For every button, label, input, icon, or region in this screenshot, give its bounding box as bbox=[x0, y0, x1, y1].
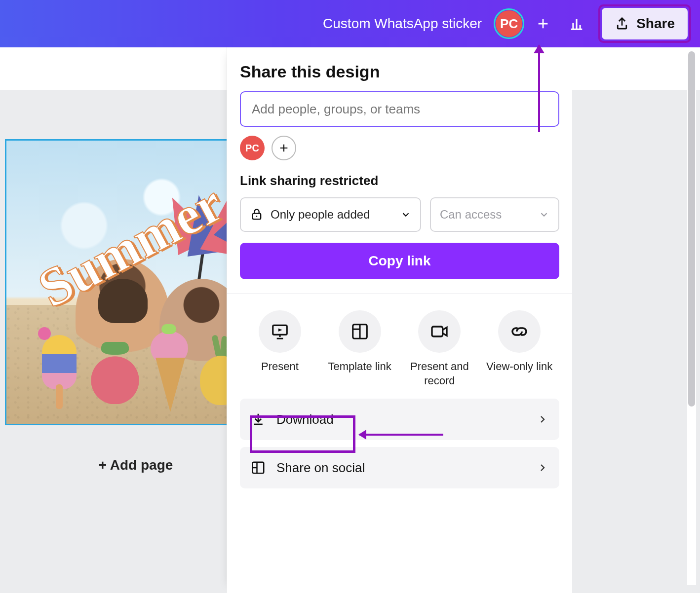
visibility-select[interactable]: Only people added bbox=[240, 197, 421, 232]
share-panel-title: Share this design bbox=[240, 62, 559, 81]
scrollbar-thumb[interactable] bbox=[688, 51, 695, 407]
strawberry-graphic bbox=[90, 345, 140, 404]
plus-icon bbox=[536, 17, 550, 31]
view-only-link-action[interactable]: View-only link bbox=[482, 310, 556, 388]
chevron-right-icon bbox=[537, 462, 548, 474]
upload-icon bbox=[615, 16, 629, 31]
add-member-button[interactable] bbox=[531, 12, 555, 36]
share-button[interactable]: Share bbox=[602, 8, 688, 39]
template-link-icon bbox=[350, 322, 369, 341]
download-row-label: Download bbox=[276, 412, 334, 427]
analytics-button[interactable] bbox=[562, 9, 591, 38]
member-avatar[interactable]: PC bbox=[240, 136, 265, 160]
visibility-select-label: Only people added bbox=[271, 208, 370, 222]
top-bar: Custom WhatsApp sticker PC Share bbox=[0, 0, 700, 47]
present-record-action[interactable]: Present and record bbox=[402, 310, 476, 388]
share-actions-row: Present Template link Present and record… bbox=[240, 307, 559, 390]
icecream-cone-graphic bbox=[145, 331, 194, 415]
link-sharing-label: Link sharing restricted bbox=[240, 173, 559, 188]
share-panel: Share this design PC Link sharing restri… bbox=[227, 47, 572, 593]
bar-chart-icon bbox=[568, 15, 585, 32]
view-only-link-icon bbox=[509, 321, 530, 342]
template-link-action-label: Template link bbox=[328, 360, 391, 374]
present-record-action-label: Present and record bbox=[402, 360, 476, 388]
present-icon bbox=[271, 322, 289, 341]
divider bbox=[227, 293, 572, 294]
vertical-scrollbar[interactable] bbox=[687, 47, 696, 585]
plus-icon bbox=[278, 143, 289, 153]
download-row[interactable]: Download bbox=[240, 399, 559, 440]
chevron-right-icon bbox=[537, 413, 548, 425]
copy-link-button[interactable]: Copy link bbox=[240, 243, 559, 279]
present-action-label: Present bbox=[261, 360, 299, 374]
chevron-down-icon bbox=[539, 209, 549, 220]
permission-select-label: Can access bbox=[440, 208, 502, 222]
add-people-input[interactable] bbox=[240, 91, 559, 127]
view-only-link-action-label: View-only link bbox=[486, 360, 552, 374]
popsicle-graphic bbox=[36, 330, 80, 409]
chevron-down-icon bbox=[400, 209, 411, 220]
download-icon bbox=[251, 412, 266, 427]
user-avatar[interactable]: PC bbox=[494, 8, 524, 39]
share-button-label: Share bbox=[636, 16, 675, 32]
lock-icon bbox=[250, 208, 264, 222]
document-title[interactable]: Custom WhatsApp sticker bbox=[323, 16, 482, 32]
share-social-row[interactable]: Share on social bbox=[240, 447, 559, 488]
present-record-icon bbox=[429, 322, 449, 341]
present-action[interactable]: Present bbox=[243, 310, 317, 388]
share-social-row-label: Share on social bbox=[276, 460, 365, 476]
user-avatar-initials: PC bbox=[496, 10, 522, 37]
add-member-small-button[interactable] bbox=[272, 136, 296, 160]
permission-select[interactable]: Can access bbox=[430, 197, 559, 232]
share-button-highlight: Share bbox=[598, 4, 691, 43]
share-social-icon bbox=[251, 460, 266, 475]
svg-rect-3 bbox=[432, 327, 443, 336]
shared-with-row: PC bbox=[240, 136, 559, 160]
template-link-action[interactable]: Template link bbox=[323, 310, 397, 388]
